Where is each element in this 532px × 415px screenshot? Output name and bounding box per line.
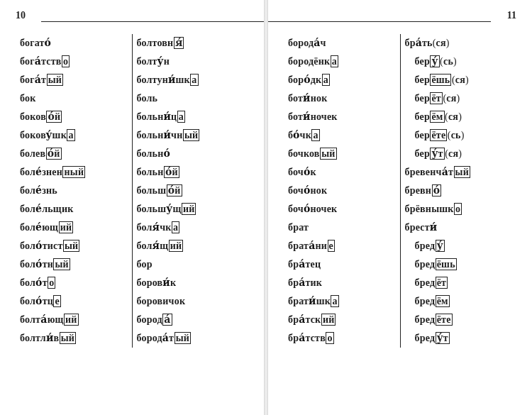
paren: ( xyxy=(445,111,448,122)
morpheme-box: ёте xyxy=(430,129,447,141)
morpheme-box: ий xyxy=(169,240,184,252)
morpheme-box: а xyxy=(331,295,338,307)
word-entry: борода́тый xyxy=(137,329,245,348)
book-spread: 10 богато́бога́тствобога́тыйбокбоково́йб… xyxy=(0,0,532,415)
paren: ) xyxy=(465,74,469,85)
page-left: 10 богато́бога́тствобога́тыйбокбоково́йб… xyxy=(0,0,264,415)
word-entry: берёт(ся) xyxy=(405,89,513,108)
morpheme-box: а xyxy=(331,55,338,67)
morpheme-box: о́й xyxy=(167,184,182,197)
morpheme-box: ёшь xyxy=(436,258,457,270)
word-entry: боля́чка xyxy=(137,218,245,237)
stress-mark: у́ xyxy=(45,130,52,140)
morpheme-box: ий xyxy=(182,203,196,215)
stress-mark: а́ xyxy=(299,259,305,270)
morpheme-box: ый xyxy=(53,258,70,270)
word-entry: бревно́ xyxy=(405,182,513,200)
paren: ( xyxy=(448,130,451,140)
paren: ) xyxy=(446,38,450,48)
word-entry: богато́ xyxy=(20,34,128,52)
word-entry: бревенча́тый xyxy=(405,163,513,182)
word-entry: бок xyxy=(20,89,128,108)
word-entry: боро́дка xyxy=(288,71,396,89)
word-entry: брести́ xyxy=(405,218,513,237)
stress-mark: о́ xyxy=(304,204,311,214)
word-entry: большо́й xyxy=(137,182,245,200)
morpheme-box: а xyxy=(67,129,74,141)
word-entry: бра́тский xyxy=(288,311,396,329)
paren: ) xyxy=(458,148,462,159)
stress-mark: и́ xyxy=(163,130,171,140)
word-entry: беру́(сь) xyxy=(405,52,513,71)
morpheme-box: е xyxy=(328,240,335,252)
word-entry: брата́ние xyxy=(288,237,396,255)
morpheme-box: ёшь xyxy=(430,74,451,86)
word-entry: брат xyxy=(288,218,396,237)
word-entry: бор xyxy=(137,255,245,274)
word-entry: борода́ч xyxy=(288,34,396,52)
stress-mark: о́ xyxy=(304,185,311,196)
word-entry: бреду́ xyxy=(405,237,513,255)
stress-mark: е́ xyxy=(35,222,42,233)
stress-mark: а́ xyxy=(299,333,305,343)
word-entry: бредём xyxy=(405,292,513,311)
stress-mark: у́ xyxy=(157,56,164,67)
word-entry: больно́й xyxy=(137,163,245,182)
morpheme-box: ый xyxy=(183,129,199,141)
word-entry: бородёнка xyxy=(288,52,396,71)
word-entry: боле́ющий xyxy=(20,218,128,237)
stress-mark: о́ xyxy=(35,240,43,251)
stress-mark: о́ xyxy=(35,296,43,306)
morpheme-box: ый xyxy=(60,332,76,344)
morpheme-box: о́й xyxy=(46,148,62,160)
word-entry: болево́й xyxy=(20,145,128,163)
word-entry: больно́ xyxy=(137,145,245,163)
word-entry: бра́тик xyxy=(288,274,396,292)
word-entry: боле́знь xyxy=(20,182,128,200)
stress-mark: а́ xyxy=(35,74,41,85)
column-1: богато́бога́тствобога́тыйбокбоково́йбоко… xyxy=(16,34,132,348)
morpheme-box: о xyxy=(48,277,55,289)
paren: ) xyxy=(458,111,462,122)
word-entry: берём(ся) xyxy=(405,108,513,126)
morpheme-box: ый xyxy=(47,74,63,86)
morpheme-box: ий xyxy=(59,221,74,233)
paren: ( xyxy=(452,74,455,85)
word-entry: брати́шка xyxy=(288,292,396,311)
morpheme-box: ный xyxy=(62,166,85,178)
morpheme-box: ый xyxy=(63,240,79,252)
word-entry: болту́н xyxy=(137,52,245,71)
stress-mark: е́ xyxy=(35,185,42,196)
word-entry: боровичок xyxy=(137,292,245,311)
stress-mark: о́ xyxy=(35,259,43,270)
word-entry: борода́ xyxy=(137,311,245,329)
morpheme-box: ый xyxy=(320,148,336,160)
stress-mark: а́ xyxy=(314,38,320,48)
stress-mark: о́ xyxy=(163,148,170,159)
word-entry: бочо́ночек xyxy=(288,200,396,218)
morpheme-box: я́ xyxy=(174,37,184,49)
stress-mark: о́ xyxy=(45,38,52,48)
word-entry: бра́тец xyxy=(288,255,396,274)
word-entry: бра́тство xyxy=(288,329,396,348)
morpheme-box: у́ xyxy=(436,240,445,252)
stress-mark: о́ xyxy=(293,130,300,140)
word-entry: боло́тистый xyxy=(20,237,128,255)
word-entry: брёвнышко xyxy=(405,200,513,218)
morpheme-box: о xyxy=(454,203,462,215)
paren: ) xyxy=(457,93,460,104)
word-entry: боле́льщик xyxy=(20,200,128,218)
word-entry: борови́к xyxy=(137,274,245,292)
stress-mark: а́ xyxy=(35,56,41,67)
stress-mark: и́ xyxy=(163,111,171,122)
paren: ( xyxy=(443,93,446,104)
morpheme-box: ём xyxy=(430,111,444,123)
paren: ) xyxy=(453,56,457,67)
stress-mark: е́ xyxy=(35,204,42,214)
morpheme-box: ёт xyxy=(436,277,448,289)
stress-mark: а́ xyxy=(299,314,305,325)
word-entry: бо́чка xyxy=(288,126,396,145)
column-3: борода́чбородёнкаборо́дкаботи́нокботи́но… xyxy=(284,34,400,348)
morpheme-box: ый xyxy=(174,332,191,344)
morpheme-box: у́т xyxy=(436,332,450,344)
